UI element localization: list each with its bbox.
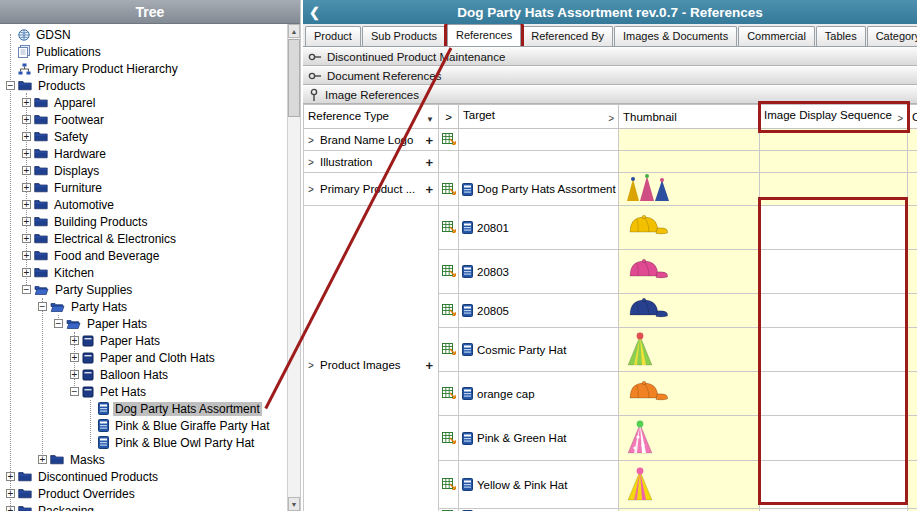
tree-item-discontinued-products[interactable]: +Discontinued Products xyxy=(0,468,287,485)
tree-item-masks[interactable]: +Masks xyxy=(0,451,287,468)
tree-expander-minus-icon[interactable]: − xyxy=(22,285,31,294)
column-header-expand[interactable]: > xyxy=(439,105,459,129)
tree-expander-plus-icon[interactable]: + xyxy=(22,234,31,243)
tree-expander-minus-icon[interactable]: − xyxy=(6,81,15,90)
tree-item-party-supplies[interactable]: −Party Supplies xyxy=(0,281,287,298)
thumbnail-cell[interactable] xyxy=(619,129,760,151)
reference-type-cell-product-images[interactable]: >Product Images+ xyxy=(304,206,439,511)
tab-sub-products[interactable]: Sub Products xyxy=(362,26,446,46)
target-cell[interactable] xyxy=(459,129,619,151)
tree-item-footwear[interactable]: +Footwear xyxy=(0,111,287,128)
sequence-cell[interactable] xyxy=(760,250,908,294)
scroll-down-button[interactable]: ▼ xyxy=(288,497,300,511)
reference-type-cell-brand-name-logo[interactable]: >Brand Name Logo+ xyxy=(304,129,439,151)
thumbnail-cell[interactable] xyxy=(619,206,760,250)
tree-item-dog-party-hats-assortment[interactable]: Dog Party Hats Assortment xyxy=(0,400,287,417)
tree-item-kitchen[interactable]: +Kitchen xyxy=(0,264,287,281)
tree-expander-plus-icon[interactable]: + xyxy=(22,115,31,124)
target-cell[interactable]: Dog Party Hats Assortment xyxy=(459,173,619,206)
target-cell[interactable]: Yellow & Pink Hat xyxy=(459,461,619,509)
goto-reference-icon[interactable] xyxy=(442,345,456,357)
tab-references[interactable]: References xyxy=(447,24,521,46)
target-cell[interactable]: Pink & Green Hat xyxy=(459,416,619,461)
caption-cell[interactable] xyxy=(908,416,917,461)
target-cell[interactable] xyxy=(459,151,619,173)
column-header-image-display-sequence[interactable]: > Image Display Sequence xyxy=(760,105,908,129)
tree-item-party-hats[interactable]: −Party Hats xyxy=(0,298,287,315)
goto-reference-icon[interactable] xyxy=(442,135,456,147)
tree-expander-plus-icon[interactable]: + xyxy=(6,506,15,511)
tab-commercial[interactable]: Commercial xyxy=(738,26,815,46)
thumbnail-cell[interactable] xyxy=(619,173,760,206)
thumbnail-cell[interactable] xyxy=(619,461,760,509)
target-cell[interactable]: 20803 xyxy=(459,250,619,294)
column-header-thumbnail[interactable]: Thumbnail xyxy=(619,105,760,129)
sequence-cell[interactable] xyxy=(760,461,908,509)
tree-item-paper-hats[interactable]: −Paper Hats xyxy=(0,315,287,332)
sequence-cell[interactable] xyxy=(760,206,908,250)
tree-item-displays[interactable]: +Displays xyxy=(0,162,287,179)
goto-reference-icon[interactable] xyxy=(442,223,456,235)
sequence-cell[interactable] xyxy=(760,173,908,206)
tree-expander-minus-icon[interactable]: − xyxy=(38,302,47,311)
add-reference-button[interactable]: + xyxy=(425,182,433,197)
tree-item-products[interactable]: −Products xyxy=(0,77,287,94)
tree-item-product-overrides[interactable]: +Product Overrides xyxy=(0,485,287,502)
thumbnail-cell[interactable] xyxy=(619,328,760,372)
row-expand-chevron-icon[interactable]: > xyxy=(308,156,314,167)
section-discontinued-product-maintenance[interactable]: Discontinued Product Maintenance xyxy=(303,47,917,66)
target-cell[interactable]: 20801 xyxy=(459,206,619,250)
tree-expander-plus-icon[interactable]: + xyxy=(70,370,79,379)
tab-category-f[interactable]: Category F xyxy=(867,26,917,46)
column-header-reference-type[interactable]: ▼ Reference Type xyxy=(304,105,439,129)
tree-item-primary-product-hierarchy[interactable]: Primary Product Hierarchy xyxy=(0,60,287,77)
reference-type-cell-primary-product[interactable]: >Primary Product ...+ xyxy=(304,173,439,206)
caption-cell[interactable] xyxy=(908,250,917,294)
tree-item-paper-and-cloth-hats[interactable]: +Paper and Cloth Hats xyxy=(0,349,287,366)
tree-item-gdsn[interactable]: GDSN xyxy=(0,26,287,43)
tree-expander-plus-icon[interactable]: + xyxy=(70,336,79,345)
tree-expander-plus-icon[interactable]: + xyxy=(6,489,15,498)
thumbnail-cell[interactable] xyxy=(619,250,760,294)
add-reference-button[interactable]: + xyxy=(425,154,433,169)
tree-expander-plus-icon[interactable]: + xyxy=(22,200,31,209)
thumbnail-cell[interactable] xyxy=(619,416,760,461)
section-collapsed-icon[interactable] xyxy=(308,51,322,63)
row-expand-chevron-icon[interactable]: > xyxy=(308,360,314,371)
tree-item-safety[interactable]: +Safety xyxy=(0,128,287,145)
tree-item-pet-hats[interactable]: −Pet Hats xyxy=(0,383,287,400)
back-button[interactable]: ❮ xyxy=(309,0,320,24)
tree-item-apparel[interactable]: +Apparel xyxy=(0,94,287,111)
tab-referenced-by[interactable]: Referenced By xyxy=(522,26,613,46)
tree-item-building-products[interactable]: +Building Products xyxy=(0,213,287,230)
tree-scrollbar[interactable]: ▲ ▼ xyxy=(287,24,300,511)
row-expand-chevron-icon[interactable]: > xyxy=(308,184,314,195)
target-cell[interactable]: orange cap xyxy=(459,372,619,416)
filter-dropdown-icon[interactable]: ▼ xyxy=(426,115,434,124)
tree-item-paper-hats[interactable]: +Paper Hats xyxy=(0,332,287,349)
tab-product[interactable]: Product xyxy=(305,26,361,46)
tree-expander-plus-icon[interactable]: + xyxy=(22,268,31,277)
thumbnail-cell[interactable] xyxy=(619,372,760,416)
tree-expander-plus-icon[interactable]: + xyxy=(22,149,31,158)
tree-expander-minus-icon[interactable]: − xyxy=(70,387,79,396)
tree-expander-plus-icon[interactable]: + xyxy=(22,166,31,175)
caption-cell[interactable] xyxy=(908,372,917,416)
tree-item-pink-blue-owl-party-hat[interactable]: Pink & Blue Owl Party Hat xyxy=(0,434,287,451)
section-document-references[interactable]: Document References xyxy=(303,66,917,85)
tree-item-hardware[interactable]: +Hardware xyxy=(0,145,287,162)
tree-expander-plus-icon[interactable]: + xyxy=(22,132,31,141)
add-reference-button[interactable]: + xyxy=(425,132,433,147)
section-expanded-icon[interactable] xyxy=(308,88,320,102)
sequence-cell[interactable] xyxy=(760,416,908,461)
tree-expander-minus-icon[interactable]: − xyxy=(54,319,63,328)
tree-expander-plus-icon[interactable]: + xyxy=(22,251,31,260)
sequence-cell[interactable] xyxy=(760,328,908,372)
goto-reference-icon[interactable] xyxy=(442,434,456,446)
tree-expander-plus-icon[interactable]: + xyxy=(70,353,79,362)
section-collapsed-icon[interactable] xyxy=(308,70,322,82)
tree-item-furniture[interactable]: +Furniture xyxy=(0,179,287,196)
target-cell[interactable]: Cosmic Party Hat xyxy=(459,328,619,372)
sequence-cell[interactable] xyxy=(760,151,908,173)
caption-cell[interactable] xyxy=(908,129,917,151)
